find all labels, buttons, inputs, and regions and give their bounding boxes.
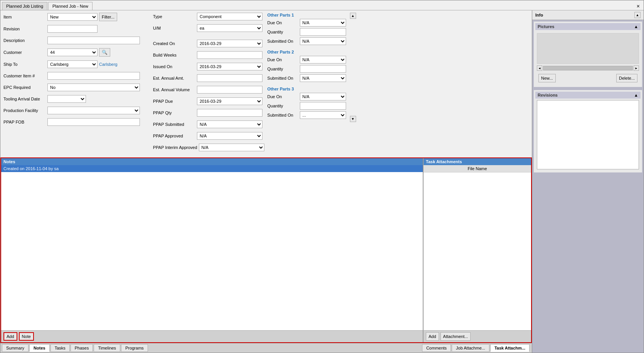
pictures-delete-button[interactable]: Delete... bbox=[616, 74, 637, 82]
pictures-collapse-icon[interactable]: ▲ bbox=[634, 24, 638, 29]
filter-button[interactable]: Filter... bbox=[99, 13, 117, 21]
scroll-down-button[interactable]: ▼ bbox=[350, 116, 356, 122]
est-annual-vol-label: Est. Annual Volume bbox=[153, 87, 195, 92]
pictures-new-button[interactable]: New... bbox=[538, 74, 556, 82]
tab-job-attachments[interactable]: Job Attachme... bbox=[452, 344, 489, 352]
ppap-interim-select[interactable]: N/A bbox=[199, 144, 264, 151]
form-top-section: Item New Filter... Revision bbox=[0, 10, 532, 157]
op3-submitted-select[interactable]: ... bbox=[300, 111, 346, 119]
note-row-1[interactable]: Created on 2016-11-04 by sa bbox=[1, 165, 423, 172]
scroll-left-pictures-button[interactable]: ◄ bbox=[537, 65, 542, 71]
customer-item-input[interactable] bbox=[47, 72, 140, 80]
notes-note-button[interactable]: Note bbox=[19, 332, 34, 341]
op1-submitted-select[interactable]: N/A bbox=[300, 37, 346, 45]
ppap-approved-label: PPAP Approved bbox=[153, 134, 195, 138]
build-weeks-input[interactable] bbox=[197, 51, 262, 59]
production-select[interactable] bbox=[47, 107, 140, 114]
ship-to-link[interactable]: Carlsberg bbox=[99, 62, 118, 67]
est-annual-vol-input[interactable] bbox=[197, 86, 262, 94]
note-row-10[interactable] bbox=[1, 264, 423, 276]
epc-select[interactable]: No bbox=[47, 84, 140, 91]
attachment-button[interactable]: Attachment... bbox=[441, 332, 471, 341]
note-row-6[interactable] bbox=[1, 218, 423, 230]
op1-due-select[interactable]: N/A bbox=[300, 19, 346, 27]
op2-qty-input[interactable] bbox=[300, 65, 346, 73]
tooling-select[interactable] bbox=[47, 95, 86, 103]
new-delete-row: New... Delete... bbox=[537, 72, 639, 84]
op3-submitted-label: Submitted On bbox=[267, 113, 298, 117]
tab-planned-job-new[interactable]: Planned Job - New bbox=[48, 2, 92, 10]
revisions-title: Revisions bbox=[538, 93, 558, 97]
tab-notes[interactable]: Notes bbox=[29, 344, 50, 352]
scroll-right-pictures-button[interactable]: ► bbox=[634, 65, 639, 71]
ppap-due-select[interactable]: 2016-03-29 bbox=[197, 97, 262, 105]
note-row-4[interactable] bbox=[1, 195, 423, 207]
op3-qty-row: Quantity bbox=[267, 102, 356, 110]
ppap-submitted-row: PPAP Submitted N/A bbox=[153, 120, 264, 128]
main-window: Planned Job Listing Planned Job - New × … bbox=[0, 0, 644, 353]
note-row-9[interactable] bbox=[1, 253, 423, 264]
tab-planned-job-listing[interactable]: Planned Job Listing bbox=[2, 2, 47, 10]
ppap-approved-select[interactable]: N/A bbox=[197, 132, 262, 140]
issued-on-label: Issued On bbox=[153, 64, 195, 69]
tab-programs[interactable]: Programs bbox=[121, 344, 148, 352]
pictures-title: Pictures bbox=[538, 24, 554, 29]
um-select[interactable]: ea bbox=[197, 24, 262, 32]
note-row-3[interactable] bbox=[1, 184, 423, 195]
note-row-2[interactable] bbox=[1, 172, 423, 184]
op1-qty-input[interactable] bbox=[300, 28, 346, 36]
tab-comments[interactable]: Comments bbox=[422, 344, 451, 352]
note-row-7[interactable] bbox=[1, 230, 423, 241]
attachments-add-button[interactable]: Add bbox=[426, 332, 439, 341]
revision-input[interactable] bbox=[47, 25, 98, 33]
scroll-up-info-button[interactable]: ▲ bbox=[634, 12, 641, 18]
op2-due-select[interactable]: N/A bbox=[300, 56, 346, 64]
close-button[interactable]: × bbox=[634, 3, 642, 9]
notes-add-button[interactable]: Add bbox=[3, 332, 17, 341]
issued-on-select[interactable]: 2016-03-29 bbox=[197, 63, 262, 70]
type-row: Type Component bbox=[153, 13, 264, 20]
ppap-approved-row: PPAP Approved N/A bbox=[153, 132, 264, 140]
op2-submitted-select[interactable]: N/A bbox=[300, 74, 346, 82]
customer-select[interactable]: 44 bbox=[47, 49, 98, 56]
tab-phases[interactable]: Phases bbox=[71, 344, 93, 352]
tab-summary[interactable]: Summary bbox=[2, 344, 29, 352]
tab-task-attachments[interactable]: Task Attachm... bbox=[490, 344, 530, 352]
note-row-5[interactable] bbox=[1, 207, 423, 218]
ppap-qty-input[interactable] bbox=[197, 109, 262, 117]
ppap-fob-label: PPAP FOB bbox=[3, 120, 46, 124]
item-row: Item New Filter... bbox=[3, 13, 150, 21]
note-row-11[interactable] bbox=[1, 276, 423, 288]
scroll-up-button[interactable]: ▲ bbox=[350, 13, 356, 19]
op2-due-label: Due On bbox=[267, 57, 298, 62]
tooling-label: Tooling Arrival Date bbox=[3, 97, 46, 101]
pictures-content: ◄ ► New... Delete... bbox=[535, 32, 641, 85]
item-select[interactable]: New bbox=[47, 13, 98, 21]
attachments-col-header: File Name bbox=[424, 165, 531, 172]
type-select[interactable]: Component bbox=[197, 13, 262, 20]
ship-to-select[interactable]: Carlsberg bbox=[47, 60, 98, 68]
um-row: U/M ea bbox=[153, 24, 264, 32]
revisions-collapse-icon[interactable]: ▲ bbox=[634, 93, 638, 97]
op3-qty-input[interactable] bbox=[300, 102, 346, 110]
item-label: Item bbox=[3, 15, 46, 19]
ppap-submitted-select[interactable]: N/A bbox=[197, 120, 262, 128]
note-row-12[interactable] bbox=[1, 288, 423, 299]
bottom-tabs: Summary Notes Tasks Phases Timelines Pro… bbox=[0, 343, 532, 353]
op2-submitted-row: Submitted On N/A bbox=[267, 74, 356, 82]
tab-tasks[interactable]: Tasks bbox=[50, 344, 70, 352]
description-input[interactable] bbox=[47, 37, 140, 44]
note-row-8[interactable] bbox=[1, 241, 423, 253]
est-annual-vol-row: Est. Annual Volume bbox=[153, 86, 264, 94]
est-annual-amt-input[interactable] bbox=[197, 74, 262, 82]
build-weeks-label: Build Weeks bbox=[153, 53, 195, 57]
ppap-fob-row: PPAP FOB bbox=[3, 118, 150, 126]
created-on-select[interactable]: 2016-03-29 bbox=[197, 40, 262, 47]
ppap-fob-input[interactable] bbox=[47, 118, 140, 126]
other-parts-1-label: Other Parts 1 bbox=[267, 13, 356, 17]
attachments-footer: Add Attachment... bbox=[424, 330, 531, 342]
op3-due-label: Due On bbox=[267, 94, 298, 99]
customer-search-button[interactable]: 🔍 bbox=[99, 48, 110, 57]
op3-due-select[interactable]: N/A bbox=[300, 93, 346, 100]
tab-timelines[interactable]: Timelines bbox=[94, 344, 120, 352]
